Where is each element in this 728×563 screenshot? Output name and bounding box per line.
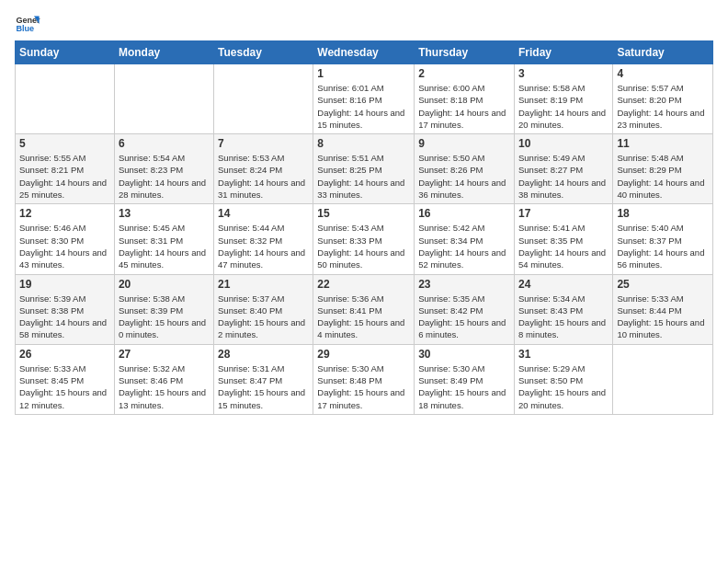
- header-thursday: Thursday: [415, 41, 515, 64]
- calendar-cell-w1-d2: [114, 64, 213, 134]
- calendar-table: Sunday Monday Tuesday Wednesday Thursday…: [15, 40, 713, 415]
- header-tuesday: Tuesday: [214, 41, 313, 64]
- calendar-cell-w4-d2: 20Sunrise: 5:38 AMSunset: 8:39 PMDayligh…: [114, 274, 213, 344]
- day-info: Sunrise: 5:34 AMSunset: 8:43 PMDaylight:…: [518, 293, 609, 341]
- day-info: Sunrise: 5:37 AMSunset: 8:40 PMDaylight:…: [218, 293, 309, 341]
- day-number: 28: [218, 348, 309, 361]
- day-number: 27: [119, 348, 210, 361]
- day-info: Sunrise: 5:30 AMSunset: 8:49 PMDaylight:…: [418, 362, 510, 411]
- day-info: Sunrise: 5:54 AMSunset: 8:23 PMDaylight:…: [119, 152, 210, 201]
- calendar-cell-w4-d4: 22Sunrise: 5:36 AMSunset: 8:41 PMDayligh…: [313, 274, 415, 344]
- day-info: Sunrise: 5:29 AMSunset: 8:50 PMDaylight:…: [518, 362, 609, 411]
- calendar-cell-w2-d3: 7Sunrise: 5:53 AMSunset: 8:24 PMDaylight…: [214, 134, 313, 204]
- day-number: 7: [218, 137, 309, 150]
- calendar-cell-w3-d2: 13Sunrise: 5:45 AMSunset: 8:31 PMDayligh…: [114, 204, 213, 274]
- day-info: Sunrise: 5:30 AMSunset: 8:48 PMDaylight:…: [317, 362, 410, 411]
- day-number: 30: [418, 348, 510, 361]
- calendar-cell-w3-d6: 17Sunrise: 5:41 AMSunset: 8:35 PMDayligh…: [514, 204, 612, 274]
- day-info: Sunrise: 5:40 AMSunset: 8:37 PMDaylight:…: [617, 222, 709, 270]
- calendar-cell-w5-d7: [613, 344, 713, 414]
- day-info: Sunrise: 5:57 AMSunset: 8:20 PMDaylight:…: [617, 82, 709, 131]
- calendar-cell-w5-d5: 30Sunrise: 5:30 AMSunset: 8:49 PMDayligh…: [415, 344, 515, 414]
- day-number: 9: [418, 137, 510, 150]
- calendar-cell-w2-d4: 8Sunrise: 5:51 AMSunset: 8:25 PMDaylight…: [313, 134, 415, 204]
- day-info: Sunrise: 5:53 AMSunset: 8:24 PMDaylight:…: [218, 152, 309, 201]
- calendar-cell-w4-d7: 25Sunrise: 5:33 AMSunset: 8:44 PMDayligh…: [613, 274, 713, 344]
- day-info: Sunrise: 5:46 AMSunset: 8:30 PMDaylight:…: [19, 222, 110, 270]
- header-monday: Monday: [114, 41, 213, 64]
- day-number: 4: [617, 67, 709, 80]
- calendar-cell-w2-d2: 6Sunrise: 5:54 AMSunset: 8:23 PMDaylight…: [114, 134, 213, 204]
- day-info: Sunrise: 5:31 AMSunset: 8:47 PMDaylight:…: [218, 362, 309, 411]
- logo: General Blue: [15, 11, 40, 37]
- day-info: Sunrise: 6:01 AMSunset: 8:16 PMDaylight:…: [317, 82, 410, 131]
- calendar-cell-w3-d7: 18Sunrise: 5:40 AMSunset: 8:37 PMDayligh…: [613, 204, 713, 274]
- day-info: Sunrise: 5:39 AMSunset: 8:38 PMDaylight:…: [19, 293, 110, 341]
- day-info: Sunrise: 5:36 AMSunset: 8:41 PMDaylight:…: [317, 293, 410, 341]
- day-info: Sunrise: 5:51 AMSunset: 8:25 PMDaylight:…: [317, 152, 410, 201]
- day-number: 29: [317, 348, 410, 361]
- calendar-cell-w2-d6: 10Sunrise: 5:49 AMSunset: 8:27 PMDayligh…: [514, 134, 612, 204]
- calendar-cell-w2-d5: 9Sunrise: 5:50 AMSunset: 8:26 PMDaylight…: [415, 134, 515, 204]
- day-info: Sunrise: 5:35 AMSunset: 8:42 PMDaylight:…: [418, 293, 510, 341]
- day-number: 14: [218, 207, 309, 220]
- calendar-week-2: 5Sunrise: 5:55 AMSunset: 8:21 PMDaylight…: [16, 134, 713, 204]
- calendar-cell-w4-d1: 19Sunrise: 5:39 AMSunset: 8:38 PMDayligh…: [16, 274, 115, 344]
- day-info: Sunrise: 5:49 AMSunset: 8:27 PMDaylight:…: [518, 152, 609, 201]
- day-info: Sunrise: 5:32 AMSunset: 8:46 PMDaylight:…: [119, 362, 210, 411]
- day-number: 23: [418, 278, 510, 291]
- day-info: Sunrise: 5:58 AMSunset: 8:19 PMDaylight:…: [518, 82, 609, 131]
- day-number: 5: [19, 137, 110, 150]
- calendar-cell-w5-d2: 27Sunrise: 5:32 AMSunset: 8:46 PMDayligh…: [114, 344, 213, 414]
- day-info: Sunrise: 5:55 AMSunset: 8:21 PMDaylight:…: [19, 152, 110, 201]
- day-number: 31: [518, 348, 609, 361]
- day-number: 24: [518, 278, 609, 291]
- calendar-cell-w5-d6: 31Sunrise: 5:29 AMSunset: 8:50 PMDayligh…: [514, 344, 612, 414]
- day-info: Sunrise: 5:50 AMSunset: 8:26 PMDaylight:…: [418, 152, 510, 201]
- header-wednesday: Wednesday: [313, 41, 415, 64]
- page: General Blue Sunday Monday Tuesday Wedne…: [0, 0, 728, 563]
- calendar-cell-w3-d3: 14Sunrise: 5:44 AMSunset: 8:32 PMDayligh…: [214, 204, 313, 274]
- day-number: 25: [617, 278, 709, 291]
- header-sunday: Sunday: [16, 41, 115, 64]
- day-number: 1: [317, 67, 410, 80]
- day-number: 26: [19, 348, 110, 361]
- day-number: 15: [317, 207, 410, 220]
- day-number: 12: [19, 207, 110, 220]
- day-info: Sunrise: 5:41 AMSunset: 8:35 PMDaylight:…: [518, 222, 609, 270]
- day-number: 6: [119, 137, 210, 150]
- calendar-cell-w1-d6: 3Sunrise: 5:58 AMSunset: 8:19 PMDaylight…: [514, 64, 612, 134]
- calendar-cell-w1-d4: 1Sunrise: 6:01 AMSunset: 8:16 PMDaylight…: [313, 64, 415, 134]
- calendar-cell-w1-d7: 4Sunrise: 5:57 AMSunset: 8:20 PMDaylight…: [613, 64, 713, 134]
- calendar-cell-w2-d7: 11Sunrise: 5:48 AMSunset: 8:29 PMDayligh…: [613, 134, 713, 204]
- day-number: 17: [518, 207, 609, 220]
- logo-icon: General Blue: [15, 11, 40, 37]
- day-info: Sunrise: 5:33 AMSunset: 8:45 PMDaylight:…: [19, 362, 110, 411]
- day-info: Sunrise: 5:33 AMSunset: 8:44 PMDaylight:…: [617, 293, 709, 341]
- day-info: Sunrise: 5:45 AMSunset: 8:31 PMDaylight:…: [119, 222, 210, 270]
- day-number: 20: [119, 278, 210, 291]
- day-number: 10: [518, 137, 609, 150]
- calendar-cell-w5-d1: 26Sunrise: 5:33 AMSunset: 8:45 PMDayligh…: [16, 344, 115, 414]
- calendar-week-1: 1Sunrise: 6:01 AMSunset: 8:16 PMDaylight…: [16, 64, 713, 134]
- day-number: 18: [617, 207, 709, 220]
- calendar-cell-w1-d3: [214, 64, 313, 134]
- calendar-cell-w2-d1: 5Sunrise: 5:55 AMSunset: 8:21 PMDaylight…: [16, 134, 115, 204]
- calendar-cell-w4-d3: 21Sunrise: 5:37 AMSunset: 8:40 PMDayligh…: [214, 274, 313, 344]
- calendar-cell-w1-d5: 2Sunrise: 6:00 AMSunset: 8:18 PMDaylight…: [415, 64, 515, 134]
- day-info: Sunrise: 5:42 AMSunset: 8:34 PMDaylight:…: [418, 222, 510, 270]
- calendar-cell-w3-d1: 12Sunrise: 5:46 AMSunset: 8:30 PMDayligh…: [16, 204, 115, 274]
- calendar-header-row: Sunday Monday Tuesday Wednesday Thursday…: [16, 41, 713, 64]
- calendar-cell-w5-d4: 29Sunrise: 5:30 AMSunset: 8:48 PMDayligh…: [313, 344, 415, 414]
- day-number: 13: [119, 207, 210, 220]
- day-number: 8: [317, 137, 410, 150]
- calendar-cell-w4-d5: 23Sunrise: 5:35 AMSunset: 8:42 PMDayligh…: [415, 274, 515, 344]
- calendar-cell-w3-d5: 16Sunrise: 5:42 AMSunset: 8:34 PMDayligh…: [415, 204, 515, 274]
- day-number: 19: [19, 278, 110, 291]
- day-info: Sunrise: 5:48 AMSunset: 8:29 PMDaylight:…: [617, 152, 709, 201]
- header-saturday: Saturday: [613, 41, 713, 64]
- day-number: 2: [418, 67, 510, 80]
- day-info: Sunrise: 6:00 AMSunset: 8:18 PMDaylight:…: [418, 82, 510, 131]
- day-number: 16: [418, 207, 510, 220]
- day-number: 3: [518, 67, 609, 80]
